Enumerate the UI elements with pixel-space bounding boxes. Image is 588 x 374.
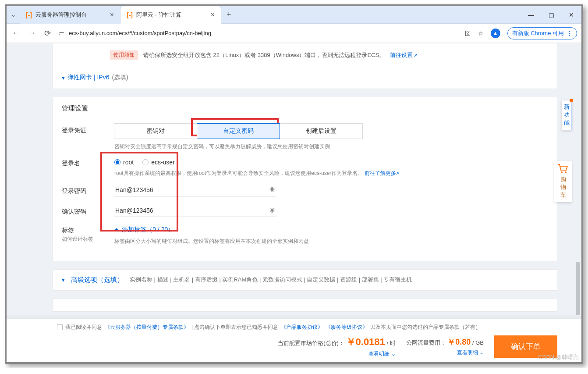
profile-avatar[interactable]: ▲ [491,28,500,38]
learn-more-link[interactable]: 前往了解更多> [365,170,399,176]
agreement-row: 我已阅读并同意 《云服务器（按量付费）专属条款》 | 点击确认下单即表示您已知悉… [57,324,557,331]
view-detail-link[interactable]: 查看明细 ⌄ [368,350,395,358]
notice-tag: 使用须知 [110,50,138,60]
tag-sublabel[interactable]: 如何设计标签 [62,235,114,243]
browser-tab-2[interactable]: [-] 阿里云 - 弹性计算 × [120,6,221,24]
password-input[interactable] [114,184,276,196]
scrollbar[interactable] [575,43,581,362]
radio-dot-icon [114,159,120,165]
chevron-down-icon[interactable]: ▾ [62,277,65,283]
credential-segmented: 密钥对 自定义密码 创建后设置 [114,123,548,139]
browser-toolbar: ← → ⟳ ≔ ecs-buy.aliyun.com/ecs/#/custom/… [7,24,581,43]
agree-checkbox[interactable] [57,324,63,330]
svg-point-1 [565,171,567,173]
close-tab-icon[interactable]: × [211,11,215,19]
tab-title: 阿里云 - 弹性计算 [136,11,181,19]
next-card-stub [53,299,557,312]
radio-ecs-user[interactable]: ecs-user [142,159,175,166]
credential-hint: 密钥对安全强度远高于常规自定义密码，可以避免暴力破解威胁，建议您使用密钥对创建实… [114,142,548,151]
radio-dot-icon [142,159,149,165]
eye-icon[interactable]: ◉ [269,185,275,192]
credential-label: 登录凭证 [62,123,114,135]
tab-dropdown[interactable]: ⌄ [7,11,20,18]
advanced-card: ▾ 高级选项（选填） 实例名称 | 描述 | 主机名 | 有序后缀 | 实例RA… [53,269,557,291]
goto-settings-link[interactable]: 前往设置↗ [390,51,418,59]
svg-point-0 [561,171,563,173]
notice-text: 请确保所选安全组开放包含 22（Linux）或者 3389（Windows）端口… [143,51,385,59]
window-controls: — ▢ ✕ [521,6,581,24]
login-name-hint: root具有操作系统的最高权限，使用root作为登录名可能会导致安全风险，建议您… [114,169,548,178]
aliyun-icon: [-] [26,11,32,18]
terms-link-3[interactable]: 《服务等级协议》 [326,324,368,331]
forward-button[interactable]: → [27,28,36,38]
management-card: 管理设置 登录凭证 密钥对 自定义密码 创建后设置 密钥对安全强度远高于常规自定… [53,97,557,261]
security-group-notice: 使用须知 请确保所选安全组开放包含 22（Linux）或者 3389（Windo… [53,43,557,67]
plus-icon: + [114,226,118,234]
network-card: 使用须知 请确保所选安全组开放包含 22（Linux）或者 3389（Windo… [53,43,557,89]
seg-custom-password[interactable]: 自定义密码 [197,123,280,139]
confirm-password-label: 确认密码 [62,204,114,216]
close-window-button[interactable]: ✕ [561,6,581,24]
address-bar[interactable]: ≔ ecs-buy.aliyun.com/ecs/#/custom/spotPo… [58,30,459,37]
add-tag-button[interactable]: + 添加标签（0 / 20） [114,226,548,234]
close-tab-icon[interactable]: × [110,11,114,19]
terms-link-2[interactable]: 《产品服务协议》 [281,324,323,331]
watermark: CSDN @韩曙亮 [538,353,579,361]
seg-set-later[interactable]: 创建后设置 [280,123,363,139]
password-key-icon[interactable]: ⚿ [465,30,471,37]
chevron-down-icon: ▾ [62,74,65,81]
advanced-options-list: 实例名称 | 描述 | 主机名 | 有序后缀 | 实例RAM角色 | 元数据访问… [130,276,412,284]
section-title: 管理设置 [62,104,548,113]
new-tab-button[interactable]: + [221,10,237,19]
eni-section-toggle[interactable]: ▾ 弹性网卡 | IPv6 (选填) [53,67,557,89]
seg-keypair[interactable]: 密钥对 [114,123,197,139]
browser-tab-strip: ⌄ [-] 云服务器管理控制台 × [-] 阿里云 - 弹性计算 × + — ▢… [7,6,581,24]
radio-root[interactable]: root [114,159,134,166]
login-name-label: 登录名 [62,156,114,167]
new-feature-badge[interactable]: 新 功 能 [562,100,572,130]
password-label: 登录密码 [62,184,114,195]
market-price-block: 当前配置市场价格(总价)： ￥0.0181 / 时 查看明细 ⌄ [278,335,395,358]
reload-button[interactable]: ⟳ [43,28,52,38]
tab-title: 云服务器管理控制台 [35,11,87,19]
notification-dot-icon [570,99,573,102]
bookmark-icon[interactable]: ☆ [478,30,484,37]
back-button[interactable]: ← [11,28,21,38]
minimize-button[interactable]: — [521,6,541,24]
site-info-icon[interactable]: ≔ [58,30,64,37]
page-content: 使用须知 请确保所选安全组开放包含 22（Linux）或者 3389（Windo… [7,43,581,362]
url-text: ecs-buy.aliyun.com/ecs/#/custom/spotPost… [69,30,211,36]
chrome-update-pill[interactable]: 有新版 Chrome 可用⋮ [507,27,577,39]
cart-badge[interactable]: 购 物 车 [554,161,572,202]
browser-tab-1[interactable]: [-] 云服务器管理控制台 × [20,6,120,24]
maximize-button[interactable]: ▢ [541,6,561,24]
terms-link-1[interactable]: 《云服务器（按量付费）专属条款》 [105,324,189,331]
confirm-password-input[interactable] [114,204,276,217]
aliyun-icon: [-] [127,11,133,18]
view-detail-link[interactable]: 查看明细 ⌄ [457,349,484,356]
tag-label: 标签 如何设计标签 [62,226,114,243]
eye-icon[interactable]: ◉ [269,206,275,213]
traffic-price-block: 公网流量费用： ￥0.80 / GB 查看明细 ⌄ [406,337,484,356]
advanced-toggle[interactable]: 高级选项（选填） [71,276,124,284]
cart-icon [558,164,568,174]
order-footer: 我已阅读并同意 《云服务器（按量付费）专属条款》 | 点击确认下单即表示您已知悉… [7,319,581,362]
tag-hint: 标签由区分大小写的键值对组成。您设置的标签将应用在本次创建的全部实例和云盘 [114,237,548,246]
